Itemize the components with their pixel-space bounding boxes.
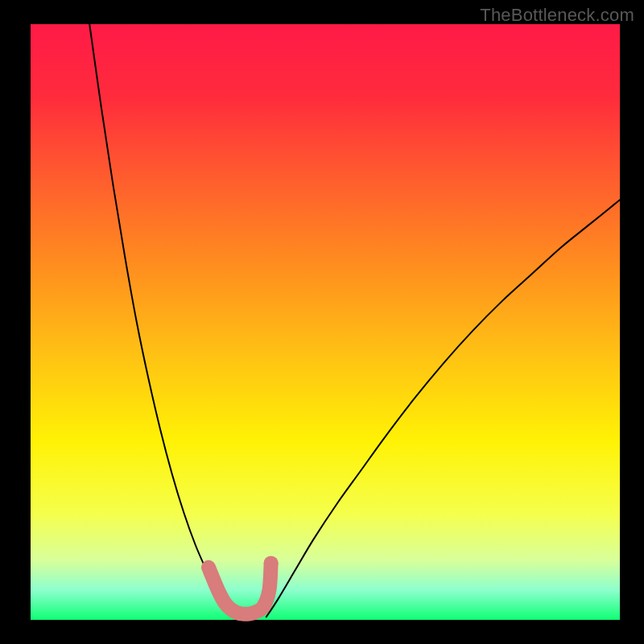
bottleneck-chart (0, 0, 644, 644)
plot-background (31, 24, 620, 620)
bottom-highlight-dot (264, 556, 279, 571)
chart-container: TheBottleneck.com (0, 0, 644, 644)
watermark-text: TheBottleneck.com (480, 5, 634, 26)
